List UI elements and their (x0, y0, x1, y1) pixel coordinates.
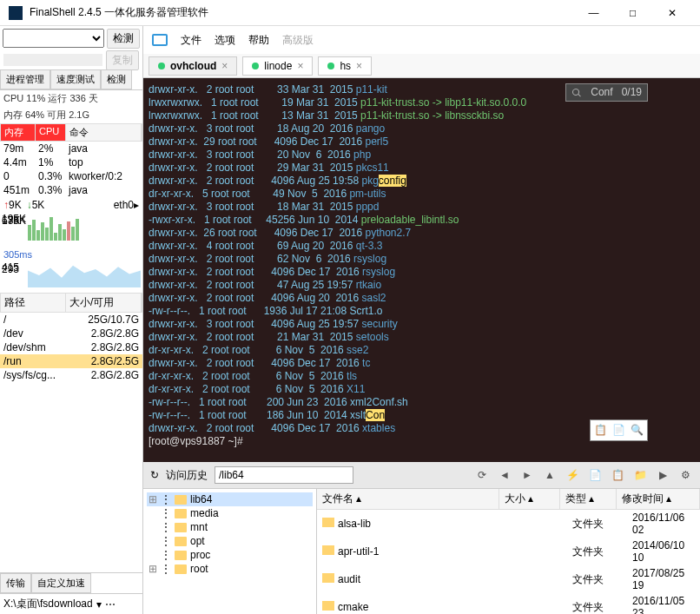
terminal-tab[interactable]: ovhcloud× (149, 56, 237, 76)
refresh-icon[interactable]: ⟳ (474, 467, 490, 483)
copy-icon[interactable]: 📋 (594, 424, 607, 437)
disk-row[interactable]: /25G/10.7G (0, 313, 142, 327)
tree-item[interactable]: ⊞⋮lib64 (147, 492, 313, 506)
process-row[interactable]: 4.4m1%top (0, 155, 142, 169)
history-label[interactable]: 访问历史 (166, 468, 208, 483)
window-title: FinalShell 2.4.5 一体化服务器管理软件 (30, 5, 574, 20)
sidebar-tab[interactable]: 检测 (101, 69, 132, 89)
mem-stat: 内存 64% 可用 2.1G (0, 107, 142, 123)
disk-row[interactable]: /run2.8G/2.5G (0, 354, 142, 368)
file-row[interactable]: alsa-lib文件夹2016/11/06 02 (317, 510, 700, 538)
process-row[interactable]: 00.3%kworker/0:2 (0, 169, 142, 183)
maximize-button[interactable]: □ (613, 0, 652, 26)
folder2-icon[interactable]: 📁 (632, 467, 648, 483)
terminal[interactable]: Conf 0/19 📋 📄 🔍 drwxr-xr-x. 2 root root … (143, 78, 700, 462)
network-sparkline: 195K 135K 67K (0, 213, 142, 248)
bottom-tab[interactable]: 自定义加速 (31, 573, 91, 593)
search-icon[interactable]: 🔍 (631, 424, 644, 437)
process-row[interactable]: 79m2%java (0, 142, 142, 155)
gear-icon[interactable]: ⚙ (677, 467, 693, 483)
menu-help[interactable]: 帮助 (248, 33, 269, 48)
file-row[interactable]: apr-util-1文件夹2014/06/10 10 (317, 538, 700, 565)
remote-tree[interactable]: ⊞⋮lib64⋮media⋮mnt⋮opt⋮proc⊞⋮root (143, 489, 317, 614)
host-select[interactable] (3, 29, 104, 48)
close-tab-icon[interactable]: × (221, 60, 228, 72)
local-path[interactable]: X:\桌面\fsdownload (3, 597, 93, 611)
back-icon[interactable]: ◄ (497, 467, 512, 483)
tree-item[interactable]: ⋮mnt (147, 520, 313, 534)
bolt-icon[interactable]: ⚡ (565, 467, 580, 483)
close-button[interactable]: ✕ (652, 0, 691, 26)
search-count: 0/19 (622, 86, 642, 99)
search-box[interactable]: Conf 0/19 (565, 83, 648, 102)
menu-file[interactable]: 文件 (181, 33, 201, 48)
doc2-icon[interactable]: 📋 (610, 467, 625, 483)
sidebar: 检测 复制 进程管理速度测试检测 CPU 11% 运行 336 天 内存 64%… (0, 26, 143, 614)
file-row[interactable]: cmake文件夹2016/11/05 23 (317, 593, 700, 614)
history-icon[interactable]: ↻ (150, 469, 159, 481)
detect-button[interactable]: 检测 (107, 29, 140, 49)
bottom-tab[interactable]: 传输 (0, 573, 31, 593)
disk-row[interactable]: /sys/fs/cg...2.8G/2.8G (0, 368, 142, 382)
menubar: 文件 选项 帮助 高级版 (143, 26, 700, 54)
network-row: ↑9K ↓5K eth0▸ (0, 197, 142, 213)
close-tab-icon[interactable]: × (297, 60, 303, 72)
blurred-text (3, 54, 102, 66)
tree-item[interactable]: ⊞⋮root (147, 562, 313, 576)
tree-item[interactable]: ⋮opt (147, 534, 313, 548)
sidebar-tab[interactable]: 进程管理 (0, 69, 50, 89)
more-icon[interactable]: ⋯ (105, 598, 116, 611)
chevron-down-icon[interactable]: ▾ (96, 598, 102, 611)
tree-item[interactable]: ⋮media (147, 506, 313, 520)
process-row[interactable]: 451m0.3%java (0, 183, 142, 197)
paste-icon[interactable]: 📄 (612, 424, 625, 437)
terminal-tab[interactable]: linode× (242, 56, 313, 76)
path-input[interactable] (215, 466, 353, 484)
cpu-stat: CPU 11% 运行 336 天 (0, 90, 142, 107)
menu-options[interactable]: 选项 (215, 33, 235, 48)
terminal-toolbar: ↻ 访问历史 ⟳ ◄ ► ▲ ⚡ 📄 📋 📁 ▶ ⚙ (143, 462, 700, 488)
doc1-icon[interactable]: 📄 (587, 467, 603, 483)
up-icon[interactable]: ▲ (542, 467, 558, 483)
latency-sparkline: 415 293 (0, 261, 142, 293)
menu-premium[interactable]: 高级版 (282, 33, 314, 48)
clipboard-toolbar: 📋 📄 🔍 (590, 419, 648, 441)
folder-icon[interactable] (152, 34, 168, 46)
fwd-icon[interactable]: ► (519, 467, 535, 483)
minimize-button[interactable]: — (574, 0, 613, 26)
titlebar: FinalShell 2.4.5 一体化服务器管理软件 — □ ✕ (0, 0, 700, 26)
latency: 305ms (0, 248, 142, 261)
tree-item[interactable]: ⋮proc (147, 548, 313, 562)
app-icon (9, 6, 23, 20)
close-tab-icon[interactable]: × (356, 60, 362, 72)
play-icon[interactable]: ▶ (655, 467, 670, 483)
file-row[interactable]: audit文件夹2017/08/25 19 (317, 565, 700, 593)
disk-row[interactable]: /dev/shm2.8G/2.8G (0, 340, 142, 354)
file-list[interactable]: 文件名 ▴大小 ▴类型 ▴修改时间 ▴ alsa-lib文件夹2016/11/0… (317, 489, 700, 614)
search-query: Conf (591, 86, 612, 99)
copy-button[interactable]: 复制 (106, 50, 139, 70)
disk-row[interactable]: /dev2.8G/2.8G (0, 327, 142, 340)
sidebar-tab[interactable]: 速度测试 (50, 69, 101, 89)
terminal-tab[interactable]: hs× (318, 56, 372, 76)
